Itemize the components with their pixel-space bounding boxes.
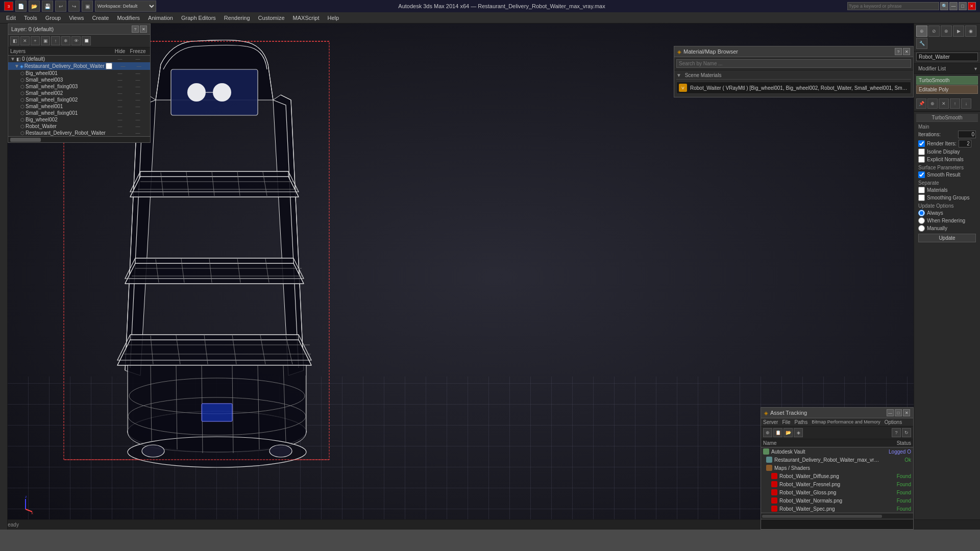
menu-help[interactable]: Help [324,14,344,22]
layer-row-bw002[interactable]: ⬡ Big_wheel002 — — [8,116,150,123]
asset-tb-refresh[interactable]: ↻ [902,428,911,437]
render-iters-input[interactable] [959,140,971,147]
layer-row-robotwaiter[interactable]: ⬡ Robot_Waiter — — [8,123,150,130]
layer-row-bigwheel001[interactable]: ⬡ Big_wheel001 — — [8,70,150,77]
layers-render-btn[interactable]: 🔲 [82,36,91,45]
asset-tb-btn2[interactable]: 📋 [773,428,782,437]
asset-row-file[interactable]: Restaurant_Delivery_Robot_Waiter_max_vra… [761,456,913,464]
scene-collapse-icon[interactable]: ▼ [676,72,681,78]
menu-modifiers[interactable]: Modifiers [113,14,144,22]
manually-radio[interactable] [918,225,925,232]
asset-menu-bitmap[interactable]: Bitmap Performance and Memory [812,419,880,425]
menu-graph-editors[interactable]: Graph Editors [177,14,220,22]
modifier-dropdown-icon[interactable]: ▼ [973,66,978,71]
asset-row-spec[interactable]: Robot_Waiter_Spec.png Found [761,505,913,513]
menu-rendering[interactable]: Rendering [220,14,254,22]
render-btn[interactable]: ▣ [82,1,93,12]
layers-move-btn[interactable]: ↑ [51,36,60,45]
asset-tb-btn1[interactable]: ⊕ [763,428,772,437]
workspace-select[interactable]: Workspace: Default [95,1,156,12]
search-btn[interactable]: 🔍 [940,2,948,10]
smoothing-groups-checkbox[interactable] [918,194,925,201]
material-close-btn[interactable]: ✕ [903,48,910,55]
asset-tb-btn4[interactable]: ◈ [794,428,803,437]
asset-panel-header[interactable]: ◈ Asset Tracking — □ ✕ [761,408,913,418]
menu-customize[interactable]: Customize [254,14,289,22]
layers-help-btn[interactable]: ? [132,26,139,33]
mod-del-btn[interactable]: ✕ [939,98,949,109]
modifier-editable-poly[interactable]: Editable Poly [916,85,978,94]
asset-row-gloss[interactable]: Robot_Waiter_Gloss.png Found [761,488,913,496]
layers-select-btn[interactable]: ▣ [41,36,50,45]
maximize-btn[interactable]: □ [959,2,967,10]
asset-row-fresnel[interactable]: Robot_Waiter_Fresnel.png Found [761,480,913,488]
layer-row-restaurant[interactable]: ⬡ Restaurant_Delivery_Robot_Waiter — — [8,130,150,136]
asset-tb-btn3[interactable]: 📂 [783,428,793,437]
iterations-input[interactable] [958,131,976,138]
asset-scrollbar-thumb[interactable] [762,515,882,518]
explicit-normals-checkbox[interactable] [918,156,925,163]
asset-scrollbar[interactable] [761,513,913,519]
menu-views[interactable]: Views [65,14,88,22]
modifier-turbosmooth[interactable]: TurboSmooth [916,76,978,85]
asset-row-diffuse[interactable]: Robot_Waiter_Diffuse.png Found [761,472,913,480]
menu-maxscript[interactable]: MAXScript [289,14,324,22]
rp-utilities-btn[interactable]: 🔧 [916,38,927,49]
redo-btn[interactable]: ↪ [68,1,80,12]
save-btn[interactable]: 💾 [42,1,53,12]
open-btn[interactable]: 📂 [29,1,40,12]
layers-close-btn[interactable]: ✕ [140,26,147,33]
layers-new-btn[interactable]: ◧ [10,36,19,45]
undo-btn[interactable]: ↩ [55,1,66,12]
rp-modify-btn[interactable]: ⊘ [928,26,940,37]
layers-add-btn[interactable]: + [31,36,40,45]
asset-row-maps[interactable]: Maps / Shaders [761,464,913,472]
material-panel-header[interactable]: ◈ Material/Map Browser ? ✕ [674,46,913,57]
materials-checkbox[interactable] [918,187,925,193]
layer-row-smallwheel003[interactable]: ⬡ Small_wheel003 — — [8,77,150,83]
layers-scrollbar[interactable] [8,136,150,142]
layer-row-sw001[interactable]: ⬡ Small_wheel001 — — [8,103,150,110]
menu-edit[interactable]: Edit [2,14,20,22]
new-btn[interactable]: 📄 [15,1,27,12]
close-btn[interactable]: ✕ [968,2,976,10]
rp-hierarchy-btn[interactable]: ⊗ [941,26,952,37]
material-item-robot-waiter[interactable]: V Robot_Waiter ( VRayMtl ) [Big_wheel001… [676,82,911,94]
layer-row-smallwheel002[interactable]: ⬡ Small_wheel002 — — [8,90,150,96]
always-radio[interactable] [918,210,925,216]
layers-hide-btn[interactable]: 👁 [71,36,81,45]
rp-create-btn[interactable]: ⊕ [916,26,927,37]
layers-freeze-btn[interactable]: ❄ [61,36,70,45]
update-btn[interactable]: Update [918,234,976,242]
layer-row-default[interactable]: ▼ ◧ 0 (default) — — [8,56,150,62]
layer-row-robot-waiter[interactable]: ▼ ◈ Restaurant_Delivery_Robot_Waiter — — [8,62,150,70]
material-help-btn[interactable]: ? [895,48,902,55]
minimize-btn[interactable]: — [949,2,958,10]
mod-up-btn[interactable]: ↑ [950,98,960,109]
asset-menu-file[interactable]: File [782,419,790,425]
asset-menu-options[interactable]: Options [885,419,902,425]
asset-menu-paths[interactable]: Paths [795,419,808,425]
rp-display-btn[interactable]: ◉ [965,26,976,37]
layer-checkbox-robot[interactable] [106,63,112,69]
smooth-result-checkbox[interactable] [918,171,925,178]
layer-row-swf001[interactable]: ⬡ Small_wheel_fixing001 — — [8,110,150,116]
asset-row-normals[interactable]: Robot_Waiter_Normals.png Found [761,496,913,505]
mod-new-btn[interactable]: ⊕ [927,98,938,109]
mod-pin-btn[interactable]: 📌 [916,98,926,109]
asset-tb-help[interactable]: ? [892,428,901,437]
mod-down-btn[interactable]: ↓ [961,98,971,109]
menu-animation[interactable]: Animation [144,14,177,22]
layers-panel-header[interactable]: Layer: 0 (default) ? ✕ [8,24,150,35]
layers-delete-btn[interactable]: ✕ [20,36,30,45]
object-name-input[interactable] [916,53,978,61]
asset-minimize-btn[interactable]: — [887,409,894,416]
render-iters-checkbox[interactable] [918,140,925,147]
asset-maximize-btn[interactable]: □ [895,409,902,416]
asset-row-vault[interactable]: Autodesk Vault Logged O [761,447,913,456]
when-rendering-radio[interactable] [918,217,925,224]
menu-group[interactable]: Group [41,14,65,22]
layer-row-swf003[interactable]: ⬡ Small_wheel_fixing003 — — [8,83,150,90]
layer-row-swf002[interactable]: ⬡ Small_wheel_fixing002 — — [8,96,150,103]
menu-tools[interactable]: Tools [20,14,41,22]
